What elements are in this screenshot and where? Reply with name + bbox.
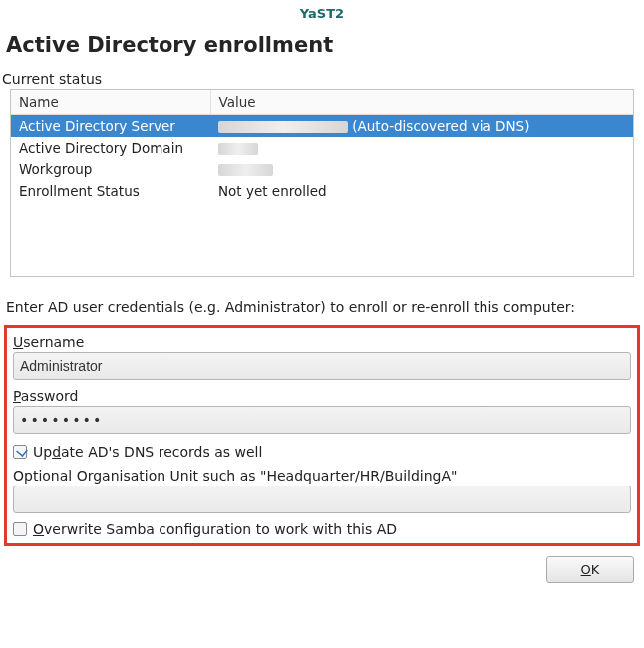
ou-input[interactable]: [13, 486, 631, 513]
ok-button[interactable]: OK: [546, 556, 634, 583]
status-row-value: (Auto-discovered via DNS): [210, 115, 633, 138]
status-row-name: Active Directory Server: [11, 115, 210, 138]
password-input[interactable]: [13, 406, 631, 434]
update-dns-label: Update AD's DNS records as well: [33, 444, 262, 460]
username-input[interactable]: [13, 352, 631, 380]
table-row[interactable]: Workgroup: [11, 159, 633, 180]
yast-window: YaST2 Active Directory enrollment Curren…: [0, 0, 644, 648]
status-row-name: Active Directory Domain: [11, 137, 210, 159]
update-dns-checkbox[interactable]: [13, 445, 27, 459]
overwrite-samba-label: Overwrite Samba configuration to work wi…: [33, 521, 397, 537]
table-row[interactable]: Active Directory Server (Auto-discovered…: [11, 115, 633, 138]
update-dns-row[interactable]: Update AD's DNS records as well: [13, 440, 631, 466]
overwrite-samba-row[interactable]: Overwrite Samba configuration to work wi…: [13, 519, 631, 537]
status-col-name[interactable]: Name: [11, 90, 210, 115]
table-row[interactable]: Enrollment Status Not yet enrolled: [11, 180, 633, 202]
button-row: OK: [0, 546, 644, 583]
redacted-icon: [218, 121, 348, 133]
redacted-icon: [218, 143, 258, 155]
status-row-name: Workgroup: [11, 159, 210, 180]
username-label: Username: [13, 332, 631, 352]
table-row[interactable]: Active Directory Domain: [11, 137, 633, 159]
ou-label: Optional Organisation Unit such as "Head…: [13, 466, 631, 486]
window-title: YaST2: [0, 0, 644, 25]
password-label: Password: [13, 386, 631, 406]
credentials-instructions: Enter AD user credentials (e.g. Administ…: [0, 277, 644, 325]
status-table-header-row: Name Value: [11, 90, 633, 115]
status-table: Name Value Active Directory Server (Auto…: [10, 89, 634, 277]
redacted-icon: [218, 164, 273, 176]
status-row-value: Not yet enrolled: [210, 180, 633, 202]
credentials-form: Username Password Update AD's DNS record…: [4, 325, 640, 546]
status-row-value: [210, 159, 633, 180]
current-status-label: Current status: [0, 71, 644, 89]
overwrite-samba-checkbox[interactable]: [13, 522, 27, 536]
status-row-name: Enrollment Status: [11, 180, 210, 202]
status-row-value: [210, 137, 633, 159]
page-heading: Active Directory enrollment: [0, 25, 644, 71]
status-col-value[interactable]: Value: [210, 90, 633, 115]
